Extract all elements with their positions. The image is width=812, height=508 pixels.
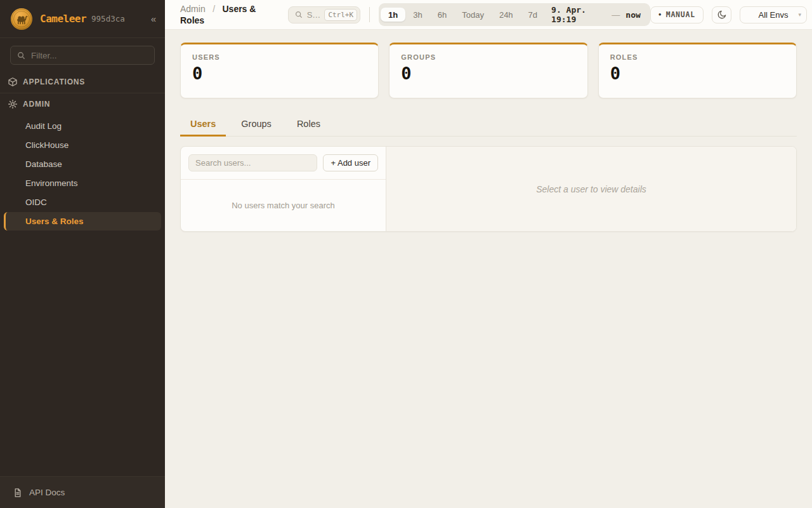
sidebar-item-clickhouse[interactable]: ClickHouse xyxy=(4,136,161,154)
topbar-right-cluster: ● MANUAL All Envs ▾ xyxy=(650,6,807,23)
search-icon xyxy=(16,51,26,60)
time-range-24h[interactable]: 24h xyxy=(492,8,521,22)
divider xyxy=(369,7,370,22)
filter-box xyxy=(10,46,155,65)
users-list-pane: + Add user No users match your search xyxy=(181,147,386,231)
stat-label: ROLES xyxy=(610,53,785,61)
section-label: ADMIN xyxy=(23,100,50,109)
topbar: Admin / Users & Roles S… Ctrl+K 1h 3h 6h… xyxy=(165,0,812,30)
sidebar-filter-input[interactable] xyxy=(31,51,148,60)
theme-toggle-button[interactable] xyxy=(712,6,731,23)
tab-bar: Users Groups Roles xyxy=(180,115,797,137)
cube-icon xyxy=(8,77,18,87)
breadcrumb-admin[interactable]: Admin xyxy=(180,4,206,14)
time-range-control: 1h 3h 6h Today 24h 7d 9. Apr. 19:19 — no… xyxy=(379,3,650,26)
detail-placeholder-message: Select a user to view details xyxy=(536,184,646,194)
moon-icon xyxy=(717,10,727,20)
tab-roles[interactable]: Roles xyxy=(287,115,331,137)
breadcrumb: Admin / Users & Roles xyxy=(180,3,279,26)
sidebar-filter xyxy=(0,38,165,71)
global-search-button[interactable]: S… Ctrl+K xyxy=(288,6,360,23)
sidebar-section-admin[interactable]: ADMIN xyxy=(0,93,165,115)
status-dot-icon: ● xyxy=(658,12,662,17)
api-docs-label: API Docs xyxy=(29,488,65,497)
api-docs-link[interactable]: API Docs xyxy=(0,476,165,508)
stat-cards-row: USERS 0 GROUPS 0 ROLES 0 xyxy=(180,43,797,98)
tab-users[interactable]: Users xyxy=(180,115,226,137)
main-column: Admin / Users & Roles S… Ctrl+K 1h 3h 6h… xyxy=(165,0,812,508)
refresh-mode-button[interactable]: ● MANUAL xyxy=(650,6,704,23)
stat-card-groups: GROUPS 0 xyxy=(389,43,587,98)
sidebar: Cameleer 995d3ca « APPLICATIONS ADMIN xyxy=(0,0,165,508)
environment-select[interactable]: All Envs ▾ xyxy=(740,6,807,23)
app-title: Cameleer xyxy=(40,13,86,25)
sidebar-section-applications[interactable]: APPLICATIONS xyxy=(0,71,165,93)
search-icon xyxy=(294,10,303,19)
stat-card-roles: ROLES 0 xyxy=(598,43,797,98)
admin-nav: Audit Log ClickHouse Database Environmen… xyxy=(0,115,165,233)
sidebar-item-environments[interactable]: Environments xyxy=(4,174,161,192)
collapse-sidebar-button[interactable]: « xyxy=(151,14,156,23)
refresh-mode-label: MANUAL xyxy=(666,10,695,19)
stat-value: 0 xyxy=(401,64,575,83)
range-to: now xyxy=(625,10,640,20)
users-list-toolbar: + Add user xyxy=(181,147,386,180)
sidebar-header: Cameleer 995d3ca « xyxy=(0,0,165,38)
breadcrumb-separator: / xyxy=(213,4,215,14)
stat-label: USERS xyxy=(192,53,367,61)
time-range-1h[interactable]: 1h xyxy=(381,8,405,22)
time-range-7d[interactable]: 7d xyxy=(521,8,545,22)
time-range-today[interactable]: Today xyxy=(454,8,492,22)
search-users-input[interactable] xyxy=(188,154,317,171)
sidebar-item-audit-log[interactable]: Audit Log xyxy=(4,117,161,135)
stat-value: 0 xyxy=(192,64,367,83)
document-icon xyxy=(13,488,23,498)
environment-value: All Envs xyxy=(759,10,789,20)
stat-label: GROUPS xyxy=(401,53,575,61)
time-range-3h[interactable]: 3h xyxy=(405,8,429,22)
users-list-body: No users match your search xyxy=(181,180,386,231)
stat-value: 0 xyxy=(610,64,785,83)
tab-groups[interactable]: Groups xyxy=(231,115,282,137)
search-shortcut-badge: Ctrl+K xyxy=(324,9,357,21)
search-placeholder: S… xyxy=(307,10,321,20)
user-detail-pane: Select a user to view details xyxy=(386,147,796,231)
range-from: 9. Apr. 19:19 xyxy=(551,5,606,24)
range-separator: — xyxy=(612,10,620,20)
users-panel: + Add user No users match your search Se… xyxy=(180,146,797,232)
app-logo[interactable] xyxy=(10,8,33,30)
stat-card-users: USERS 0 xyxy=(180,43,379,98)
date-range-display[interactable]: 9. Apr. 19:19 — now xyxy=(551,5,641,24)
sidebar-item-database[interactable]: Database xyxy=(4,155,161,173)
sidebar-item-oidc[interactable]: OIDC xyxy=(4,193,161,211)
sidebar-item-users-roles[interactable]: Users & Roles xyxy=(4,212,161,231)
content-area: USERS 0 GROUPS 0 ROLES 0 Users Groups Ro… xyxy=(165,30,812,508)
add-user-button[interactable]: + Add user xyxy=(323,154,378,171)
time-range-6h[interactable]: 6h xyxy=(430,8,454,22)
empty-users-message: No users match your search xyxy=(232,201,335,210)
chevron-down-icon: ▾ xyxy=(798,11,801,18)
section-label: APPLICATIONS xyxy=(23,77,85,86)
app-version: 995d3ca xyxy=(91,14,125,23)
gear-icon xyxy=(8,99,18,109)
camel-coin-icon xyxy=(10,8,33,30)
